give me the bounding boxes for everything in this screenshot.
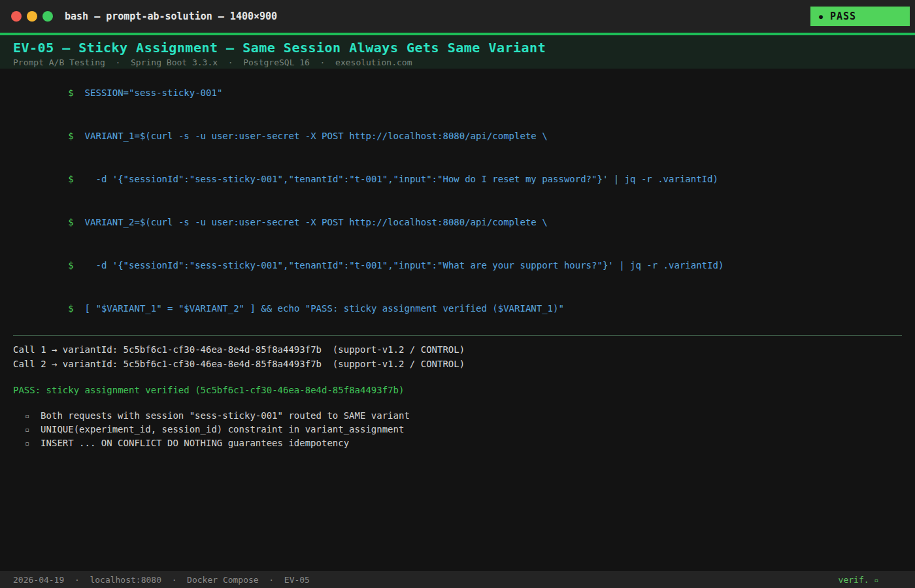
output-line: Call 2 → variantId: 5c5bf6c1-cf30-46ea-8…: [13, 357, 902, 371]
prompt-symbol: $: [68, 217, 73, 227]
minimize-button[interactable]: [27, 11, 37, 22]
command-block: $ SESSION="sess-sticky-001" $ VARIANT_1=…: [13, 71, 902, 330]
command-text: -d '{"sessionId":"sess-sticky-001","tena…: [74, 174, 718, 184]
prompt-symbol: $: [68, 174, 73, 184]
terminal-body: $ SESSION="sess-sticky-001" $ VARIANT_1=…: [0, 69, 915, 536]
traffic-lights: [11, 11, 53, 22]
output-line: Call 1 → variantId: 5c5bf6c1-cf30-46ea-8…: [13, 342, 902, 357]
terminal-command-line: $ VARIANT_2=$(curl -s -u user:user-secre…: [13, 201, 902, 244]
output-block: Call 1 → variantId: 5c5bf6c1-cf30-46ea-8…: [13, 342, 902, 371]
prompt-symbol: $: [68, 260, 73, 270]
status-badge: ● PASS: [810, 7, 910, 26]
command-text: [ "$VARIANT_1" = "$VARIANT_2" ] && echo …: [74, 303, 564, 314]
note-text: INSERT ... ON CONFLICT DO NOTHING guaran…: [29, 438, 349, 448]
status-bar: 2026-04-19 · localhost:8080 · Docker Com…: [0, 571, 915, 588]
terminal-command-line: $ [ "$VARIANT_1" = "$VARIANT_2" ] && ech…: [13, 287, 902, 330]
badge-label: PASS: [830, 10, 856, 22]
command-text: VARIANT_2=$(curl -s -u user:user-secret …: [74, 217, 548, 227]
status-bar-info: 2026-04-19 · localhost:8080 · Docker Com…: [13, 575, 310, 585]
prompt-symbol: $: [68, 131, 73, 141]
prompt-symbol: $: [68, 88, 73, 98]
command-text: SESSION="sess-sticky-001": [74, 88, 223, 98]
terminal-window: bash — prompt-ab-solution — 915×588 ● P…: [0, 0, 915, 588]
output-divider: [13, 335, 902, 336]
terminal-command-line: $ -d '{"sessionId":"sess-sticky-001","te…: [13, 244, 902, 287]
verification-notes: ▫ Both requests with session "sess-stick…: [13, 409, 902, 450]
note-text: Both requests with session "sess-sticky-…: [29, 410, 410, 421]
terminal-command-line: $ VARIANT_1=$(curl -s -u user:user-secre…: [13, 114, 902, 157]
titlebar: bash — prompt-ab-solution — 915×588 ● P…: [0, 0, 915, 33]
cursor-icon: ▫: [874, 576, 878, 585]
window-title: bash — prompt-ab-solution — 915×588: [65, 10, 277, 22]
note-item: ▫ Both requests with session "sess-stick…: [13, 409, 902, 423]
zoom-button[interactable]: [42, 11, 53, 22]
terminal-command-line: $ SESSION="sess-sticky-001": [13, 71, 902, 114]
prompt-symbol: $: [68, 303, 73, 314]
command-text: -d '{"sessionId":"sess-sticky-001","tena…: [74, 260, 724, 270]
verif-label: verif.: [839, 575, 869, 585]
header: EV-05 — Sticky Assignment — Same Session…: [0, 33, 915, 69]
note-item: ▫ UNIQUE(experiment_id, session_id) cons…: [13, 423, 902, 436]
pass-result-line: PASS: sticky assignment verified (5c5bf6…: [13, 383, 902, 397]
note-text: UNIQUE(experiment_id, session_id) constr…: [29, 424, 404, 434]
page-title: EV-05 — Sticky Assignment — Same Session…: [13, 40, 915, 56]
terminal-command-line: $ -d '{"sessionId":"sess-sticky-001","te…: [13, 157, 902, 201]
status-bar-right: verif. ▫: [839, 575, 878, 585]
note-item: ▫ INSERT ... ON CONFLICT DO NOTHING guar…: [13, 436, 902, 450]
page-subtitle: Prompt A/B Testing · Spring Boot 3.3.x ·…: [13, 57, 915, 67]
close-button[interactable]: [11, 11, 22, 22]
command-text: VARIANT_1=$(curl -s -u user:user-secret …: [74, 131, 548, 141]
badge-dot-icon: ●: [819, 13, 824, 20]
